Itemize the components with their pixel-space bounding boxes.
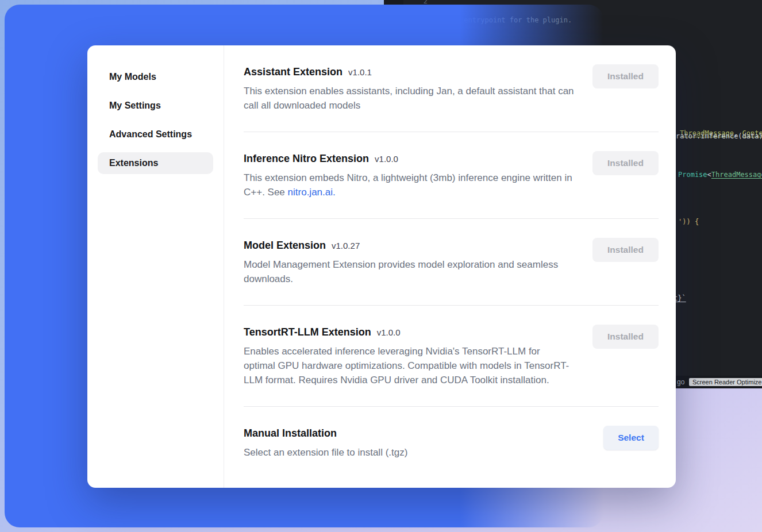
status-bar-text[interactable]: go	[677, 378, 684, 386]
sidebar-item-advanced-settings[interactable]: Advanced Settings	[98, 124, 213, 145]
installed-button[interactable]: Installed	[592, 325, 659, 349]
extension-version: v1.0.27	[332, 241, 360, 250]
code-fragment: ')) {	[678, 218, 699, 226]
extension-name: TensortRT-LLM Extension	[244, 326, 371, 338]
select-file-button[interactable]: Select	[603, 426, 659, 450]
manual-installation-row: Manual Installation Select an extension …	[244, 407, 659, 479]
extension-row-tensorrt: TensortRT-LLM Extensionv1.0.0 Enables ac…	[244, 306, 659, 407]
extension-description: This extension enables assistants, inclu…	[244, 84, 574, 113]
extension-title: Assistant Extensionv1.0.1	[244, 64, 574, 79]
extension-name: Assistant Extension	[244, 66, 342, 78]
sidebar-item-my-settings[interactable]: My Settings	[98, 95, 213, 117]
code-fragment: rator.inference(data));	[676, 132, 762, 140]
extension-description: Select an extension file to install (.tg…	[244, 445, 407, 460]
extension-title: TensortRT-LLM Extensionv1.0.0	[244, 325, 574, 340]
extension-title: Model Extensionv1.0.27	[244, 238, 574, 253]
extension-description: Enables accelerated inference leveraging…	[244, 344, 574, 387]
extension-name: Model Extension	[244, 240, 326, 251]
extension-info: Manual Installation Select an extension …	[244, 426, 407, 460]
extension-title: Manual Installation	[244, 426, 407, 441]
nitro-link[interactable]: nitro.jan.ai.	[288, 187, 336, 198]
extension-info: Model Extensionv1.0.27 Model Management …	[244, 238, 574, 286]
extension-name: Manual Installation	[244, 427, 337, 439]
extension-row-model: Model Extensionv1.0.27 Model Management …	[244, 219, 659, 306]
extension-info: Inference Nitro Extensionv1.0.0 This ext…	[244, 151, 574, 199]
code-fragment: Promise<ThreadMessage>	[678, 171, 762, 179]
extension-version: v1.0.1	[348, 67, 372, 77]
settings-modal: My Models My Settings Advanced Settings …	[87, 45, 676, 488]
extension-name: Inference Nitro Extension	[244, 153, 369, 164]
settings-sidebar: My Models My Settings Advanced Settings …	[87, 45, 224, 488]
extension-row-nitro: Inference Nitro Extensionv1.0.0 This ext…	[244, 132, 659, 219]
installed-button[interactable]: Installed	[592, 151, 659, 175]
installed-button[interactable]: Installed	[592, 238, 659, 262]
screen-reader-chip[interactable]: Screen Reader Optimize	[689, 378, 762, 386]
desktop: { "colors": { "accent_blue": "#4270f4", …	[0, 0, 762, 532]
extension-info: Assistant Extensionv1.0.1 This extension…	[244, 64, 574, 113]
extension-row-assistant: Assistant Extensionv1.0.1 This extension…	[244, 64, 659, 132]
extension-title: Inference Nitro Extensionv1.0.0	[244, 151, 574, 166]
extension-description: This extension embeds Nitro, a lightweig…	[244, 171, 574, 199]
extension-info: TensortRT-LLM Extensionv1.0.0 Enables ac…	[244, 325, 574, 387]
sidebar-item-extensions[interactable]: Extensions	[98, 152, 213, 174]
sidebar-item-my-models[interactable]: My Models	[98, 66, 213, 88]
extensions-list: Assistant Extensionv1.0.1 This extension…	[224, 45, 676, 488]
installed-button[interactable]: Installed	[592, 64, 659, 88]
extension-description: Model Management Extension provides mode…	[244, 257, 574, 286]
extension-version: v1.0.0	[377, 327, 401, 337]
extension-version: v1.0.0	[375, 154, 398, 164]
